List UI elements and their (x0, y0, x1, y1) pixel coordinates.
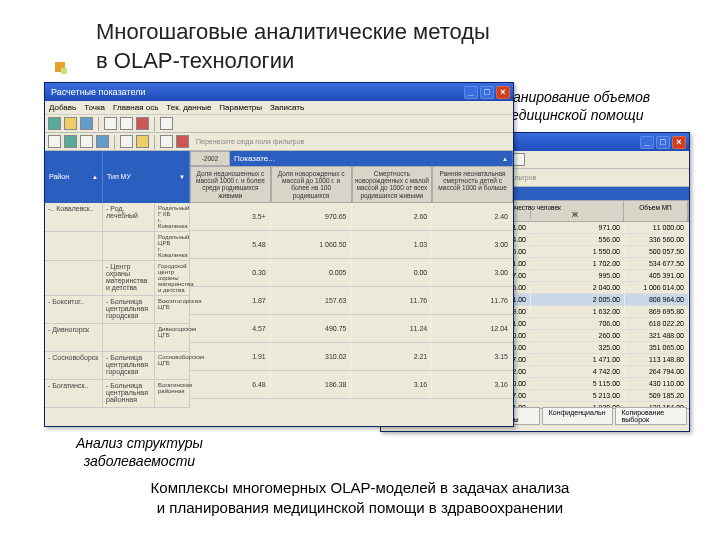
caption-left: Анализ структуры заболеваемости (76, 434, 203, 470)
data-row[interactable]: 4.57490.7511.2412.04 (190, 315, 513, 343)
title-line2: в OLAP-технологии (96, 47, 490, 76)
filter-bar: Перенесите сюда поля фильтров (45, 133, 513, 151)
data-row[interactable]: 1.91310.022.213.15 (190, 343, 513, 371)
dim-region[interactable]: Район ▲ (45, 151, 103, 203)
filter-icon[interactable] (160, 135, 173, 148)
minimize-button[interactable]: _ (640, 136, 654, 149)
sort-arrow-icon: ▲ (502, 156, 508, 162)
filter-hint: Перенесите сюда поля фильтров (196, 138, 304, 145)
menu-item[interactable]: Добавь (49, 103, 76, 112)
slide-footer: Комплексы многомерных OLAP-моделей в зад… (0, 478, 720, 517)
menu-item[interactable]: Главная ось (113, 103, 158, 112)
year-cell[interactable]: -2002 (190, 151, 230, 166)
filter-icon[interactable] (120, 135, 133, 148)
data-row[interactable]: 6.48186.383.163.16 (190, 371, 513, 399)
data-row[interactable]: 0.300.0050.003.00 (190, 259, 513, 287)
status-tab[interactable]: Копирование выборок (615, 407, 687, 425)
separator (114, 135, 115, 149)
caption-right: Планирование объемов медицинской помощи (495, 88, 650, 124)
separator (154, 135, 155, 149)
row-labels[interactable]: - ДивногорскДивногорская ЦГБ (45, 324, 190, 352)
menu-item[interactable]: Тек. данные (166, 103, 211, 112)
filter-icon[interactable] (136, 135, 149, 148)
sort-arrow-icon: ▼ (179, 174, 185, 180)
menubar: Добавь Точка Главная ось Тек. данные Пар… (45, 101, 513, 115)
toolbar (45, 115, 513, 133)
col-header[interactable]: Ранняя неонатальная смертность детей с м… (432, 166, 513, 203)
sort-arrow-icon: ▲ (92, 174, 98, 180)
dim-indicator[interactable]: Показате... ▲ (230, 151, 513, 166)
menu-item[interactable]: Точка (84, 103, 105, 112)
row-labels[interactable]: - Центр охраны материнства и детстваГоро… (45, 261, 190, 296)
minimize-button[interactable]: _ (464, 86, 478, 99)
row-labels[interactable]: - Бокситог..- Больница центральная город… (45, 296, 190, 324)
maximize-button[interactable]: □ (656, 136, 670, 149)
slide-title: Многошаговые аналитические методы в OLAP… (96, 18, 490, 75)
col-header[interactable]: Доля новорожденых с массой до 1000 г. и … (271, 166, 352, 203)
close-button[interactable]: × (496, 86, 510, 99)
tool-icon[interactable] (136, 117, 149, 130)
window-analysis: Расчетные показатели _ □ × Добавь Точка … (44, 82, 514, 427)
filter-icon[interactable] (48, 135, 61, 148)
close-button[interactable]: × (672, 136, 686, 149)
row-labels[interactable]: - Богатинск..- Больница центральная райо… (45, 380, 190, 408)
col-volume[interactable]: Объем МП (624, 201, 688, 221)
tool-icon[interactable] (160, 117, 173, 130)
filter-icon[interactable] (80, 135, 93, 148)
row-labels[interactable]: Родильный ЦРБг. Коваленка (45, 232, 190, 261)
separator (154, 117, 155, 131)
menu-item[interactable]: Записать (270, 103, 304, 112)
row-labels[interactable]: - Сосновоборск- Больница центральная гор… (45, 352, 190, 380)
filter-icon[interactable] (64, 135, 77, 148)
data-row[interactable]: 3.5+970.652.602.40 (190, 203, 513, 231)
tool-icon[interactable] (80, 117, 93, 130)
data-row[interactable]: 1.87157.6311.7611.76 (190, 287, 513, 315)
titlebar[interactable]: Расчетные показатели _ □ × (45, 83, 513, 101)
title-line1: Многошаговые аналитические методы (96, 18, 490, 47)
maximize-button[interactable]: □ (480, 86, 494, 99)
dim-type[interactable]: Тип МУ ▼ (103, 151, 190, 203)
tool-icon[interactable] (120, 117, 133, 130)
col-header[interactable]: Смертность новорожденных с малой массой … (352, 166, 433, 203)
tool-icon[interactable] (104, 117, 117, 130)
tool-icon[interactable] (48, 117, 61, 130)
status-tab[interactable]: Конфиденциальн (542, 407, 613, 425)
data-row[interactable]: 5.481 060.501.033.00 (190, 231, 513, 259)
filter-icon[interactable] (96, 135, 109, 148)
filter-icon[interactable] (176, 135, 189, 148)
menu-item[interactable]: Параметры (219, 103, 262, 112)
separator (98, 117, 99, 131)
slide-bullet (55, 62, 65, 72)
data-grid[interactable]: -.. Ковалевск..- Род. лечебныйРодильный … (45, 203, 513, 408)
win1-title: Расчетные показатели (48, 87, 462, 97)
tool-icon[interactable] (64, 117, 77, 130)
col-header[interactable]: Доля недоношенных с массой 1000 г. и бол… (190, 166, 271, 203)
grid-header-area: Район ▲ Тип МУ ▼ -2002 Показате... ▲ Дол… (45, 151, 513, 203)
row-labels[interactable]: -.. Ковалевск..- Род. лечебныйРодильный … (45, 203, 190, 232)
